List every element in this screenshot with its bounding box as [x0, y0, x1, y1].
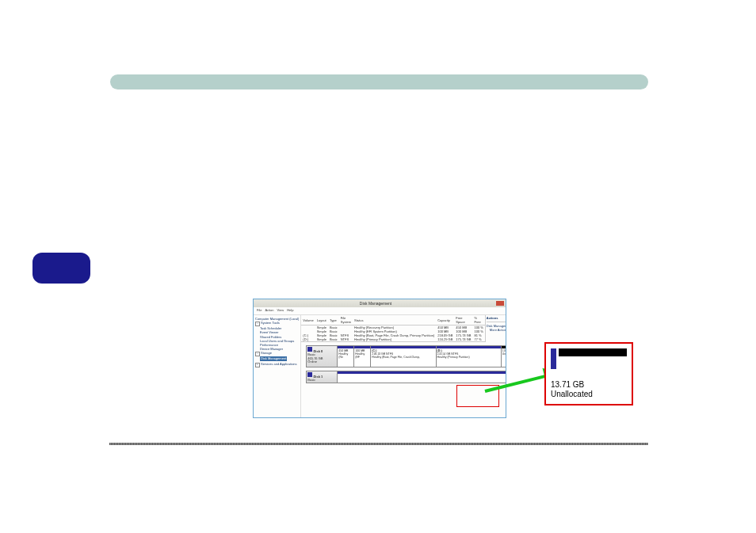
disk-label[interactable]: Disk 0 Basic 465.76 GB Online — [307, 346, 338, 367]
tree-item[interactable]: -Storage — [255, 351, 299, 356]
volume-list[interactable]: Volume Layout Type File System Status Ca… — [301, 315, 484, 342]
menu-file[interactable]: File — [257, 308, 262, 314]
window-title: Disk Management — [360, 301, 391, 306]
disk-management-window: Disk Management File Action View Help Co… — [253, 299, 506, 418]
section-banner — [110, 74, 648, 89]
partition[interactable]: 100 MBHealthy (EF — [354, 346, 371, 367]
col-layout[interactable]: Layout — [315, 315, 328, 326]
disk-type: Basic — [307, 378, 315, 382]
actions-pane: Actions Disk Management More Actions — [485, 315, 506, 342]
col-status[interactable]: Status — [353, 315, 436, 326]
disk-state: Online — [307, 360, 317, 364]
actions-more[interactable]: More Actions — [487, 328, 506, 332]
partition-color-icon — [551, 348, 556, 369]
disk-icon — [307, 372, 312, 377]
disk-label[interactable]: Disk 1 Basic — [307, 371, 338, 383]
unallocated-band — [559, 348, 627, 356]
col-pct[interactable]: % Free — [472, 315, 484, 326]
title-bar[interactable]: Disk Management — [254, 299, 506, 307]
menu-bar: File Action View Help — [254, 307, 506, 315]
zoom-callout: 13.71 GB Unallocated — [544, 342, 633, 405]
col-type[interactable]: Type — [328, 315, 339, 326]
menu-view[interactable]: View — [277, 308, 284, 314]
disk-icon — [307, 347, 312, 352]
partition[interactable]: (D:)224.54 GB NTFSHealthy (Primary Parti… — [437, 346, 502, 367]
col-free[interactable]: Free Space — [454, 315, 472, 326]
col-fs[interactable]: File System — [339, 315, 353, 326]
tree-item[interactable]: +Services and Applications — [255, 362, 299, 367]
step-badge — [32, 253, 90, 284]
close-icon[interactable] — [496, 301, 504, 306]
nav-tree[interactable]: Computer Management (Local) -System Tool… — [254, 315, 301, 418]
partition[interactable]: 450 MBHealthy (Re — [338, 346, 354, 367]
disk-row[interactable]: Disk 0 Basic 465.76 GB Online 450 MBHeal… — [306, 345, 506, 367]
col-volume[interactable]: Volume — [301, 315, 315, 326]
callout-label: Unallocated — [551, 390, 593, 398]
disk-graphical-view: Disk 0 Basic 465.76 GB Online 450 MBHeal… — [301, 342, 506, 418]
actions-header: Actions — [487, 316, 506, 320]
tree-item[interactable]: -System Tools — [255, 321, 299, 326]
disk-row[interactable]: Disk 1 Basic — [306, 371, 506, 383]
partition[interactable]: (C:)218.13 GB NTFSHealthy (Boot, Page Fi… — [371, 346, 436, 367]
menu-help[interactable]: Help — [287, 308, 293, 314]
col-capacity[interactable]: Capacity — [436, 315, 454, 326]
callout-size: 13.71 GB — [551, 380, 584, 389]
partition[interactable] — [338, 371, 506, 383]
menu-action[interactable]: Action — [265, 308, 273, 314]
divider — [109, 443, 648, 445]
table-row[interactable]: (D:)SimpleBasicNTFSHealthy (Primary Part… — [301, 337, 484, 341]
main-pane: Volume Layout Type File System Status Ca… — [301, 315, 506, 418]
partition-unallocated[interactable]: 13.71 GBUnallocated — [502, 346, 506, 367]
